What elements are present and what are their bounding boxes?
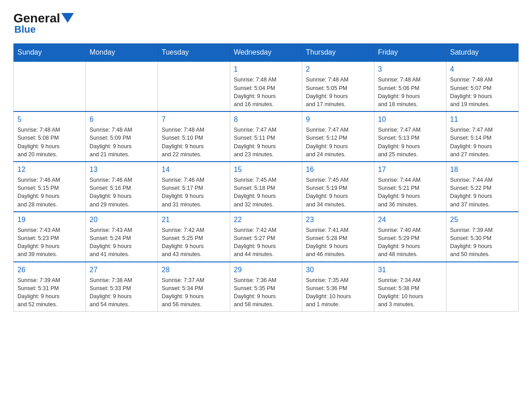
calendar-cell: 4Sunrise: 7:48 AMSunset: 5:07 PMDaylight… — [446, 61, 519, 111]
calendar-cell: 31Sunrise: 7:34 AMSunset: 5:38 PMDayligh… — [374, 262, 446, 312]
day-info: Sunrise: 7:35 AMSunset: 5:36 PMDaylight:… — [306, 276, 370, 309]
day-number: 27 — [90, 265, 154, 275]
day-number: 10 — [378, 115, 442, 124]
calendar-cell: 26Sunrise: 7:39 AMSunset: 5:31 PMDayligh… — [14, 262, 86, 312]
header-saturday: Saturday — [446, 44, 519, 62]
calendar-cell: 6Sunrise: 7:48 AMSunset: 5:09 PMDaylight… — [86, 111, 158, 162]
day-info: Sunrise: 7:47 AMSunset: 5:14 PMDaylight:… — [450, 126, 515, 158]
calendar-cell: 9Sunrise: 7:47 AMSunset: 5:12 PMDaylight… — [302, 111, 374, 162]
week-row-5: 26Sunrise: 7:39 AMSunset: 5:31 PMDayligh… — [14, 262, 519, 312]
calendar-cell: 21Sunrise: 7:42 AMSunset: 5:25 PMDayligh… — [158, 212, 230, 262]
calendar-cell: 15Sunrise: 7:45 AMSunset: 5:18 PMDayligh… — [230, 162, 302, 212]
day-info: Sunrise: 7:48 AMSunset: 5:07 PMDaylight:… — [450, 76, 515, 108]
day-number: 2 — [306, 64, 370, 74]
day-number: 9 — [306, 115, 370, 124]
day-number: 6 — [90, 115, 154, 124]
day-number: 1 — [234, 64, 298, 74]
calendar-cell: 13Sunrise: 7:46 AMSunset: 5:16 PMDayligh… — [86, 162, 158, 212]
calendar-cell: 24Sunrise: 7:40 AMSunset: 5:29 PMDayligh… — [374, 212, 446, 262]
day-number: 24 — [378, 215, 442, 225]
calendar-cell — [446, 262, 519, 312]
calendar-cell: 23Sunrise: 7:41 AMSunset: 5:28 PMDayligh… — [302, 212, 374, 262]
day-info: Sunrise: 7:46 AMSunset: 5:15 PMDaylight:… — [17, 176, 82, 209]
day-info: Sunrise: 7:37 AMSunset: 5:34 PMDaylight:… — [162, 276, 226, 309]
calendar-cell: 17Sunrise: 7:44 AMSunset: 5:21 PMDayligh… — [374, 162, 446, 212]
day-info: Sunrise: 7:34 AMSunset: 5:38 PMDaylight:… — [378, 276, 442, 309]
day-info: Sunrise: 7:46 AMSunset: 5:16 PMDaylight:… — [90, 176, 154, 209]
day-info: Sunrise: 7:45 AMSunset: 5:18 PMDaylight:… — [234, 176, 298, 209]
day-info: Sunrise: 7:38 AMSunset: 5:33 PMDaylight:… — [90, 276, 154, 309]
day-info: Sunrise: 7:42 AMSunset: 5:27 PMDaylight:… — [234, 226, 298, 259]
day-number: 14 — [162, 165, 226, 175]
day-info: Sunrise: 7:47 AMSunset: 5:13 PMDaylight:… — [378, 126, 442, 158]
calendar-cell: 10Sunrise: 7:47 AMSunset: 5:13 PMDayligh… — [374, 111, 446, 162]
day-number: 30 — [306, 265, 370, 275]
calendar-cell: 8Sunrise: 7:47 AMSunset: 5:11 PMDaylight… — [230, 111, 302, 162]
day-number: 22 — [234, 215, 298, 225]
header-thursday: Thursday — [302, 44, 374, 62]
week-row-3: 12Sunrise: 7:46 AMSunset: 5:15 PMDayligh… — [14, 162, 519, 212]
calendar-cell: 25Sunrise: 7:39 AMSunset: 5:30 PMDayligh… — [446, 212, 519, 262]
day-number: 21 — [162, 215, 226, 225]
day-info: Sunrise: 7:36 AMSunset: 5:35 PMDaylight:… — [234, 276, 298, 309]
day-number: 28 — [162, 265, 226, 275]
calendar-cell: 1Sunrise: 7:48 AMSunset: 5:04 PMDaylight… — [230, 61, 302, 111]
day-info: Sunrise: 7:47 AMSunset: 5:12 PMDaylight:… — [306, 126, 370, 158]
calendar-cell: 3Sunrise: 7:48 AMSunset: 5:06 PMDaylight… — [374, 61, 446, 111]
day-number: 13 — [90, 165, 154, 175]
day-number: 23 — [306, 215, 370, 225]
day-number: 26 — [17, 265, 82, 275]
week-row-1: 1Sunrise: 7:48 AMSunset: 5:04 PMDaylight… — [14, 61, 519, 111]
day-info: Sunrise: 7:39 AMSunset: 5:30 PMDaylight:… — [450, 226, 515, 259]
day-number: 12 — [17, 165, 82, 175]
calendar-cell: 16Sunrise: 7:45 AMSunset: 5:19 PMDayligh… — [302, 162, 374, 212]
header-row: SundayMondayTuesdayWednesdayThursdayFrid… — [14, 44, 519, 62]
calendar-cell: 7Sunrise: 7:48 AMSunset: 5:10 PMDaylight… — [158, 111, 230, 162]
day-number: 11 — [450, 115, 515, 124]
day-info: Sunrise: 7:46 AMSunset: 5:17 PMDaylight:… — [162, 176, 226, 209]
calendar-cell: 30Sunrise: 7:35 AMSunset: 5:36 PMDayligh… — [302, 262, 374, 312]
day-number: 17 — [378, 165, 442, 175]
calendar-cell: 12Sunrise: 7:46 AMSunset: 5:15 PMDayligh… — [14, 162, 86, 212]
calendar-table: SundayMondayTuesdayWednesdayThursdayFrid… — [13, 43, 519, 312]
calendar-cell — [158, 61, 230, 111]
day-number: 16 — [306, 165, 370, 175]
day-info: Sunrise: 7:48 AMSunset: 5:10 PMDaylight:… — [162, 126, 226, 158]
day-info: Sunrise: 7:43 AMSunset: 5:23 PMDaylight:… — [17, 226, 82, 259]
header-friday: Friday — [374, 44, 446, 62]
header-monday: Monday — [86, 44, 158, 62]
calendar-cell: 14Sunrise: 7:46 AMSunset: 5:17 PMDayligh… — [158, 162, 230, 212]
day-info: Sunrise: 7:45 AMSunset: 5:19 PMDaylight:… — [306, 176, 370, 209]
day-number: 8 — [234, 115, 298, 124]
calendar-cell: 11Sunrise: 7:47 AMSunset: 5:14 PMDayligh… — [446, 111, 519, 162]
calendar-cell: 5Sunrise: 7:48 AMSunset: 5:08 PMDaylight… — [14, 111, 86, 162]
calendar-cell: 20Sunrise: 7:43 AMSunset: 5:24 PMDayligh… — [86, 212, 158, 262]
logo-triangle-icon — [61, 13, 74, 23]
page-header: General Blue — [13, 9, 519, 35]
calendar-cell: 19Sunrise: 7:43 AMSunset: 5:23 PMDayligh… — [14, 212, 86, 262]
day-info: Sunrise: 7:44 AMSunset: 5:22 PMDaylight:… — [450, 176, 515, 209]
week-row-4: 19Sunrise: 7:43 AMSunset: 5:23 PMDayligh… — [14, 212, 519, 262]
day-number: 31 — [378, 265, 442, 275]
calendar-cell: 27Sunrise: 7:38 AMSunset: 5:33 PMDayligh… — [86, 262, 158, 312]
day-info: Sunrise: 7:44 AMSunset: 5:21 PMDaylight:… — [378, 176, 442, 209]
day-info: Sunrise: 7:48 AMSunset: 5:06 PMDaylight:… — [378, 76, 442, 108]
day-number: 19 — [17, 215, 82, 225]
calendar-cell: 18Sunrise: 7:44 AMSunset: 5:22 PMDayligh… — [446, 162, 519, 212]
day-number: 4 — [450, 64, 515, 74]
day-info: Sunrise: 7:47 AMSunset: 5:11 PMDaylight:… — [234, 126, 298, 158]
day-info: Sunrise: 7:48 AMSunset: 5:05 PMDaylight:… — [306, 76, 370, 108]
day-number: 25 — [450, 215, 515, 225]
day-number: 7 — [162, 115, 226, 124]
calendar-cell: 2Sunrise: 7:48 AMSunset: 5:05 PMDaylight… — [302, 61, 374, 111]
day-number: 3 — [378, 64, 442, 74]
day-info: Sunrise: 7:48 AMSunset: 5:08 PMDaylight:… — [17, 126, 82, 158]
day-info: Sunrise: 7:43 AMSunset: 5:24 PMDaylight:… — [90, 226, 154, 259]
day-info: Sunrise: 7:41 AMSunset: 5:28 PMDaylight:… — [306, 226, 370, 259]
day-info: Sunrise: 7:48 AMSunset: 5:09 PMDaylight:… — [90, 126, 154, 158]
logo-blue-text: Blue — [14, 24, 36, 35]
calendar-cell: 22Sunrise: 7:42 AMSunset: 5:27 PMDayligh… — [230, 212, 302, 262]
day-number: 15 — [234, 165, 298, 175]
header-sunday: Sunday — [14, 44, 86, 62]
day-info: Sunrise: 7:48 AMSunset: 5:04 PMDaylight:… — [234, 76, 298, 108]
